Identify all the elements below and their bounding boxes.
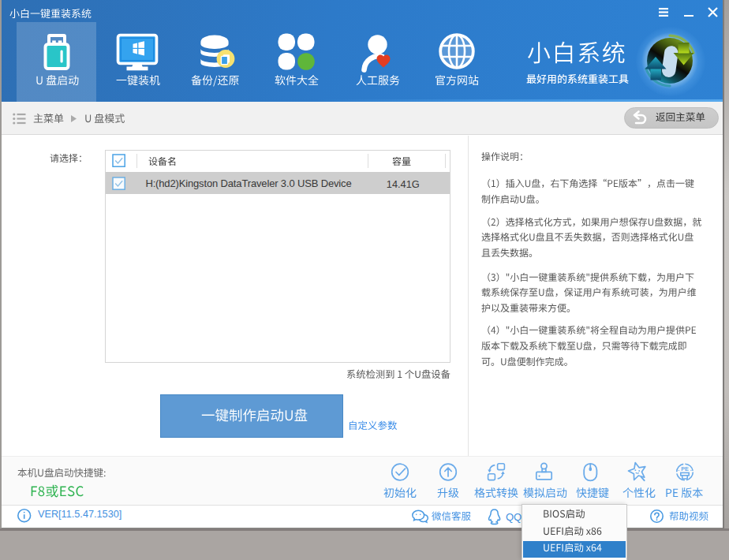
svg-text:. PE .: . PE .	[678, 465, 692, 472]
